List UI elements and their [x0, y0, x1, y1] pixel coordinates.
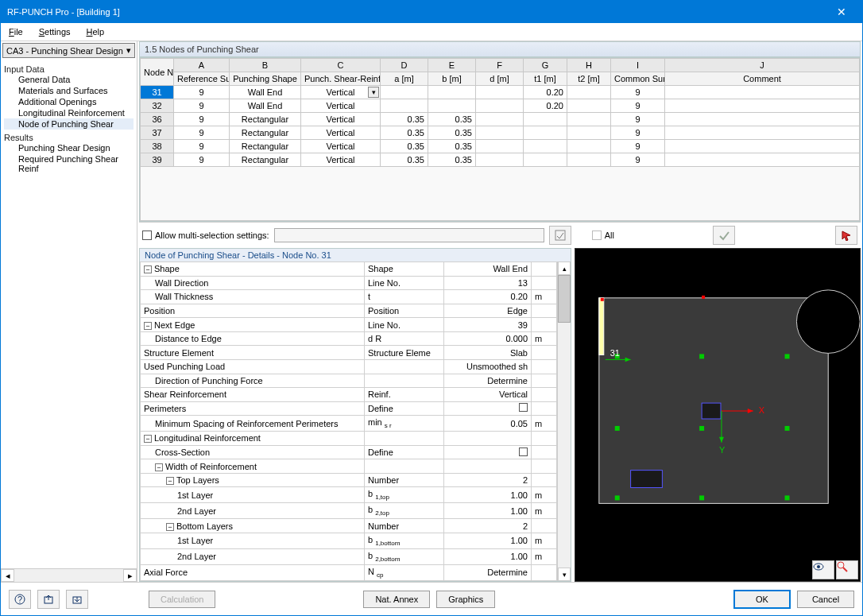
- table-row[interactable]: 329Wall EndVertical0.209: [141, 99, 860, 113]
- cell[interactable]: [524, 113, 567, 126]
- cell[interactable]: [567, 86, 611, 99]
- table-row[interactable]: 379RectangularVertical0.350.359: [141, 126, 860, 140]
- multi-select-checkbox[interactable]: Allow multi-selection settings:: [142, 231, 269, 240]
- cell[interactable]: [567, 140, 611, 153]
- cell[interactable]: 9: [611, 153, 665, 167]
- pick-icon[interactable]: [549, 226, 571, 245]
- detail-value[interactable]: [444, 432, 532, 446]
- scroll-right-icon[interactable]: ▸: [123, 569, 137, 582]
- nav-results-required[interactable]: Required Punching Shear Reinf: [4, 153, 134, 174]
- detail-value[interactable]: Slab: [444, 346, 532, 360]
- cell[interactable]: 0.35: [381, 126, 428, 140]
- details-vscroll[interactable]: ▴ ▾: [557, 262, 571, 581]
- detail-row[interactable]: Wall DirectionLine No.13: [141, 276, 557, 290]
- cell[interactable]: [567, 113, 611, 126]
- cell[interactable]: 38: [141, 140, 174, 153]
- detail-row[interactable]: −Top LayersNumber2: [141, 473, 557, 487]
- menu-settings[interactable]: Settings: [36, 25, 74, 38]
- cell[interactable]: Vertical: [301, 113, 381, 126]
- scroll-thumb[interactable]: [558, 275, 571, 323]
- detail-value[interactable]: [444, 445, 532, 459]
- cell[interactable]: 9: [611, 126, 665, 140]
- cell[interactable]: [567, 99, 611, 113]
- cell[interactable]: [476, 140, 524, 153]
- detail-value[interactable]: [444, 459, 532, 474]
- detail-row[interactable]: −Bottom LayersNumber2: [141, 519, 557, 533]
- cell[interactable]: 9: [174, 140, 230, 153]
- table-row[interactable]: 389RectangularVertical0.350.359: [141, 140, 860, 153]
- cell[interactable]: [524, 126, 567, 140]
- cell[interactable]: [524, 153, 567, 167]
- all-checkbox[interactable]: All: [592, 231, 614, 240]
- detail-row[interactable]: PerimetersDefine: [141, 401, 557, 416]
- eye-icon[interactable]: [812, 560, 834, 579]
- cell[interactable]: [524, 140, 567, 153]
- calculation-button[interactable]: Calculation: [149, 591, 215, 608]
- detail-row[interactable]: Minimum Spacing of Reinforcement Perimet…: [141, 416, 557, 432]
- nat-annex-button[interactable]: Nat. Annex: [363, 591, 430, 608]
- detail-value[interactable]: 13: [444, 276, 532, 290]
- cell[interactable]: 9: [174, 153, 230, 167]
- table-row[interactable]: 319Wall EndVertical▾0.209: [141, 86, 860, 99]
- detail-row[interactable]: Distance to Edged R0.000m: [141, 331, 557, 346]
- collapse-icon[interactable]: −: [144, 322, 152, 330]
- cell[interactable]: [476, 126, 524, 140]
- cell[interactable]: 9: [611, 113, 665, 126]
- cell[interactable]: 31: [141, 86, 174, 99]
- cell[interactable]: [381, 99, 428, 113]
- details-table[interactable]: −ShapeShapeWall EndWall DirectionLine No…: [140, 262, 557, 581]
- checkbox-icon[interactable]: [519, 447, 528, 456]
- cell[interactable]: [476, 113, 524, 126]
- cell[interactable]: 0.35: [381, 140, 428, 153]
- cell[interactable]: 9: [174, 86, 230, 99]
- detail-row[interactable]: 2nd Layerb 2,top1.00m: [141, 503, 557, 519]
- cell[interactable]: 9: [174, 113, 230, 126]
- detail-value[interactable]: Wall End: [444, 262, 532, 277]
- cell[interactable]: 9: [611, 140, 665, 153]
- cell[interactable]: 32: [141, 99, 174, 113]
- detail-row[interactable]: −Longitudinal Reinforcement: [141, 432, 557, 446]
- cell[interactable]: [665, 153, 860, 167]
- detail-value[interactable]: Unsmoothed sh: [444, 359, 532, 374]
- cell[interactable]: 9: [611, 99, 665, 113]
- cell[interactable]: [428, 86, 476, 99]
- cell[interactable]: 0.35: [428, 140, 476, 153]
- nav-general-data[interactable]: General Data: [4, 74, 134, 85]
- detail-row[interactable]: 2nd Layerb 2,bottom1.00m: [141, 548, 557, 564]
- pointer-icon[interactable]: [835, 226, 857, 245]
- cell[interactable]: Rectangular: [230, 140, 301, 153]
- cell[interactable]: 0.35: [428, 113, 476, 126]
- cell[interactable]: Rectangular: [230, 153, 301, 167]
- nav-materials[interactable]: Materials and Surfaces: [4, 85, 134, 96]
- detail-value[interactable]: 1.00: [444, 548, 532, 564]
- cell[interactable]: Vertical: [301, 126, 381, 140]
- cell[interactable]: [476, 86, 524, 99]
- table-row[interactable]: 399RectangularVertical0.350.359: [141, 153, 860, 167]
- menu-help[interactable]: Help: [83, 25, 108, 38]
- detail-row[interactable]: −Width of Reinforcement: [141, 459, 557, 474]
- detail-row[interactable]: −Next EdgeLine No.39: [141, 318, 557, 332]
- zoom-icon[interactable]: [836, 560, 858, 579]
- cell[interactable]: [428, 99, 476, 113]
- cell[interactable]: Wall End: [230, 99, 301, 113]
- cell[interactable]: 37: [141, 126, 174, 140]
- nodes-grid[interactable]: Node No. A B C D E F G H I J Reference S…: [139, 57, 861, 222]
- detail-value[interactable]: Vertical: [444, 388, 532, 402]
- cell[interactable]: Vertical▾: [301, 86, 381, 99]
- detail-row[interactable]: 1st Layerb 1,bottom1.00m: [141, 533, 557, 548]
- detail-value[interactable]: 1.00: [444, 533, 532, 548]
- detail-value[interactable]: Edge: [444, 304, 532, 318]
- menu-file[interactable]: File: [6, 25, 26, 38]
- cell[interactable]: [476, 153, 524, 167]
- cell[interactable]: [476, 99, 524, 113]
- scroll-up-icon[interactable]: ▴: [558, 262, 571, 275]
- cancel-button[interactable]: Cancel: [797, 591, 854, 608]
- nav-openings[interactable]: Additional Openings: [4, 96, 134, 107]
- detail-value[interactable]: [444, 401, 532, 416]
- detail-row[interactable]: PositionPositionEdge: [141, 304, 557, 318]
- checkbox-icon[interactable]: [519, 403, 528, 412]
- graphics-button[interactable]: Graphics: [436, 591, 495, 608]
- cell[interactable]: [665, 86, 860, 99]
- collapse-icon[interactable]: −: [166, 523, 174, 531]
- cell[interactable]: [567, 153, 611, 167]
